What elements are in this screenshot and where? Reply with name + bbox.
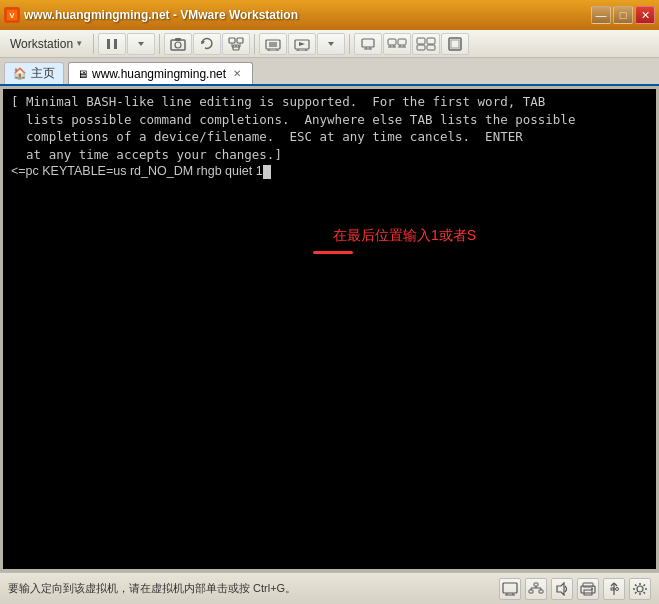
- pause-dropdown[interactable]: [127, 33, 155, 55]
- power-dropdown[interactable]: [317, 33, 345, 55]
- svg-point-66: [637, 586, 643, 592]
- status-text: 要输入定向到该虚拟机，请在虚拟机内部单击或按 Ctrl+G。: [8, 581, 491, 596]
- svg-rect-41: [417, 45, 425, 50]
- tab-home-label: 主页: [31, 65, 55, 82]
- svg-rect-51: [539, 590, 543, 593]
- svg-line-73: [644, 584, 646, 586]
- status-settings-icon[interactable]: [629, 578, 651, 600]
- cursor: [263, 165, 271, 179]
- close-button[interactable]: ✕: [635, 6, 655, 24]
- svg-rect-49: [534, 583, 538, 586]
- annotation-text: 在最后位置输入1或者S: [333, 227, 476, 245]
- toolbar-separator-3: [254, 34, 255, 54]
- single-monitor-button[interactable]: [354, 33, 382, 55]
- toolbar-group-3: [259, 33, 345, 55]
- app-window: V www.huangmingming.net - VMware Worksta…: [0, 0, 659, 604]
- status-usb-icon[interactable]: [603, 578, 625, 600]
- svg-rect-42: [427, 45, 435, 50]
- svg-rect-50: [529, 590, 533, 593]
- svg-marker-26: [328, 42, 334, 46]
- svg-rect-40: [427, 38, 435, 44]
- revert-button[interactable]: [193, 33, 221, 55]
- toolbar-group-4: [354, 33, 469, 55]
- status-network-icon[interactable]: [525, 578, 547, 600]
- dual-monitor-button[interactable]: [383, 33, 411, 55]
- status-icons: [499, 578, 651, 600]
- tab-vmware[interactable]: 🖥 www.huangmingming.net ✕: [68, 62, 253, 84]
- title-controls: — □ ✕: [591, 6, 655, 24]
- toolbar-group-1: [98, 33, 155, 55]
- svg-rect-27: [362, 39, 374, 47]
- toolbar-separator-2: [159, 34, 160, 54]
- svg-rect-3: [114, 39, 117, 49]
- workstation-menu[interactable]: Workstation ▼: [4, 33, 89, 55]
- svg-rect-2: [107, 39, 110, 49]
- toolbar-group-2: [164, 33, 250, 55]
- title-bar: V www.huangmingming.net - VMware Worksta…: [0, 0, 659, 30]
- svg-rect-7: [175, 38, 181, 41]
- svg-marker-56: [557, 583, 564, 595]
- svg-rect-9: [229, 38, 235, 43]
- svg-rect-31: [388, 39, 396, 45]
- toolbar-separator-4: [349, 34, 350, 54]
- suspend-button[interactable]: [259, 33, 287, 55]
- workstation-label: Workstation: [10, 37, 73, 51]
- maximize-button[interactable]: □: [613, 6, 633, 24]
- svg-text:V: V: [9, 11, 15, 20]
- console-help-text: [ Minimal BASH-like line editing is supp…: [11, 93, 648, 163]
- svg-line-71: [635, 584, 637, 586]
- window-title: www.huangmingming.net - VMware Workstati…: [24, 8, 298, 22]
- app-icon: V: [4, 7, 20, 23]
- svg-point-6: [175, 42, 181, 48]
- svg-point-60: [591, 588, 593, 590]
- toolbar-separator-1: [93, 34, 94, 54]
- svg-rect-64: [611, 588, 614, 590]
- manage-snapshots-button[interactable]: [222, 33, 250, 55]
- content-area: [ Minimal BASH-like line editing is supp…: [0, 86, 659, 572]
- status-audio-icon[interactable]: [551, 578, 573, 600]
- status-printer-icon[interactable]: [577, 578, 599, 600]
- svg-rect-20: [269, 42, 277, 47]
- svg-rect-39: [417, 38, 425, 44]
- svg-rect-10: [237, 38, 243, 43]
- vm-console-frame[interactable]: [ Minimal BASH-like line editing is supp…: [3, 89, 656, 569]
- command-text: <=pc KEYTABLE=us rd_NO_DM rhgb quiet 1: [11, 163, 263, 181]
- svg-rect-32: [398, 39, 406, 45]
- tab-vm-label: www.huangmingming.net: [92, 67, 226, 81]
- title-bar-left: V www.huangmingming.net - VMware Worksta…: [4, 7, 298, 23]
- minimize-button[interactable]: —: [591, 6, 611, 24]
- fullscreen-button[interactable]: [441, 33, 469, 55]
- svg-point-65: [616, 587, 619, 590]
- console-command-line: <=pc KEYTABLE=us rd_NO_DM rhgb quiet 1: [11, 163, 648, 181]
- svg-rect-44: [451, 40, 459, 48]
- console-content: [ Minimal BASH-like line editing is supp…: [3, 89, 656, 185]
- annotation-underline: [313, 251, 353, 254]
- status-bar: 要输入定向到该虚拟机，请在虚拟机内部单击或按 Ctrl+G。: [0, 572, 659, 604]
- tab-close-button[interactable]: ✕: [230, 67, 244, 81]
- svg-line-72: [644, 592, 646, 594]
- vm-tab-icon: 🖥: [77, 68, 88, 80]
- svg-line-74: [635, 592, 637, 594]
- pause-button[interactable]: [98, 33, 126, 55]
- workstation-dropdown-icon: ▼: [75, 39, 83, 48]
- svg-marker-25: [299, 42, 305, 46]
- snapshot-button[interactable]: [164, 33, 192, 55]
- tab-home[interactable]: 🏠 主页: [4, 62, 64, 84]
- svg-marker-4: [138, 42, 144, 46]
- multi-monitor-button[interactable]: [412, 33, 440, 55]
- power-button[interactable]: [288, 33, 316, 55]
- home-icon: 🏠: [13, 67, 27, 80]
- status-vm-icon[interactable]: [499, 578, 521, 600]
- menu-bar: Workstation ▼: [0, 30, 659, 58]
- svg-rect-45: [503, 583, 517, 593]
- tab-bar: 🏠 主页 🖥 www.huangmingming.net ✕: [0, 58, 659, 86]
